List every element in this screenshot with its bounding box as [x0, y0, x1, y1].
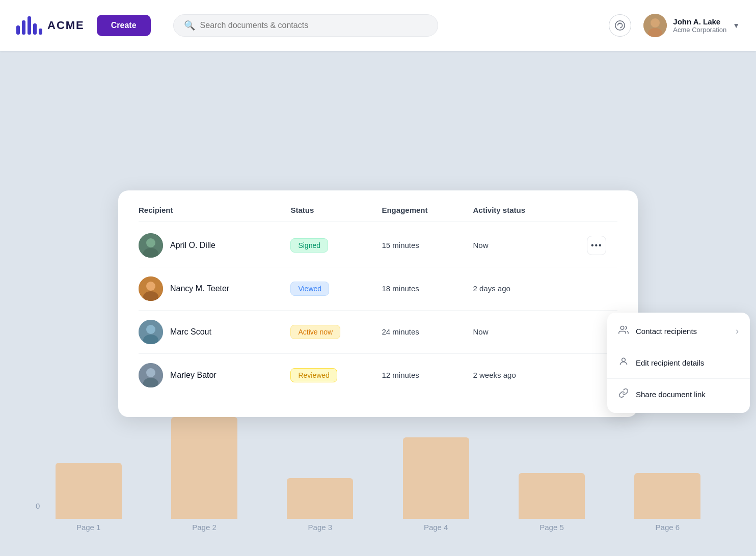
engagement-text: 18 minutes [382, 284, 473, 293]
recipient-cell: Nancy M. Teeter [139, 276, 290, 301]
status-cell: Viewed [290, 282, 382, 296]
svg-point-5 [146, 238, 155, 247]
contact-recipients-item[interactable]: Contact recipients › [607, 318, 750, 345]
chart-col-3: Page 3 [262, 478, 378, 536]
logo-text: ACME [47, 19, 85, 32]
engagement-text: 24 minutes [382, 327, 473, 336]
col-activity: Activity status [473, 206, 587, 214]
avatar [139, 233, 163, 258]
col-actions [587, 206, 617, 214]
activity-text: 2 weeks ago [473, 371, 587, 379]
logo-bar-3 [28, 16, 31, 35]
avatar [139, 320, 163, 344]
main-content: Page 1 Page 2 Page 3 Page 4 Page 5 Page … [0, 51, 756, 556]
user-menu[interactable]: John A. Lake Acme Corporation ▼ [643, 14, 740, 37]
chart-bar-4 [403, 437, 469, 519]
search-bar: 🔍 [173, 14, 438, 37]
recipient-name: Marc Scout [170, 327, 211, 337]
svg-point-14 [146, 368, 155, 377]
table-container: Recipient Status Engagement Activity sta… [118, 190, 638, 417]
recipient-name: Marley Bator [170, 371, 217, 380]
chart-bar-1 [56, 463, 122, 519]
logo-bar-2 [22, 20, 25, 35]
chart-bar-2 [171, 417, 237, 519]
status-cell: Signed [290, 238, 382, 253]
user-avatar [643, 14, 667, 37]
recipient-cell: Marc Scout [139, 320, 290, 344]
chart-col-2: Page 2 [146, 417, 262, 536]
create-button[interactable]: Create [97, 15, 151, 36]
chevron-right-icon: › [736, 326, 739, 337]
activity-text: 2 days ago [473, 284, 587, 293]
engagement-text: 12 minutes [382, 371, 473, 379]
avatar [139, 276, 163, 301]
search-icon: 🔍 [184, 20, 195, 31]
link-icon [618, 388, 629, 401]
status-cell: Reviewed [290, 368, 382, 382]
edit-recipient-label: Edit recipient details [636, 358, 704, 367]
svg-point-11 [146, 325, 155, 334]
chart-label-3: Page 3 [308, 523, 333, 536]
svg-point-0 [615, 21, 625, 30]
recipient-name: Nancy M. Teeter [170, 284, 229, 293]
support-button[interactable] [609, 14, 631, 37]
chart-bar-6 [634, 473, 700, 519]
chart-label-2: Page 2 [192, 523, 217, 536]
user-company: Acme Corporation [673, 26, 726, 34]
svg-point-8 [146, 282, 155, 291]
chart-col-1: Page 1 [31, 463, 146, 536]
menu-divider [607, 347, 750, 347]
recipient-cell: April O. Dille [139, 233, 290, 258]
chart-y-axis-label: 0 [36, 502, 40, 510]
chevron-down-icon: ▼ [733, 21, 740, 30]
person-icon [618, 356, 629, 369]
chart-col-5: Page 5 [494, 473, 609, 536]
activity-text: Now [473, 241, 587, 249]
col-engagement: Engagement [382, 206, 473, 214]
share-link-label: Share document link [636, 390, 706, 399]
contact-recipients-label: Contact recipients [636, 327, 697, 336]
table-row: Marc Scout Active now 24 minutes Now [139, 311, 617, 354]
recipient-cell: Marley Bator [139, 363, 290, 387]
chart-bar-5 [519, 473, 585, 519]
share-link-item[interactable]: Share document link [607, 381, 750, 408]
status-badge: Reviewed [290, 368, 337, 382]
header-right: John A. Lake Acme Corporation ▼ [609, 14, 740, 37]
chart-bar-3 [287, 478, 353, 519]
table-row: Marley Bator Reviewed 12 minutes 2 weeks… [139, 354, 617, 397]
logo-bar-5 [39, 29, 42, 35]
chart-label-1: Page 1 [76, 523, 101, 536]
search-input[interactable] [200, 21, 427, 30]
chart-label-5: Page 5 [539, 523, 564, 536]
chart-label-4: Page 4 [424, 523, 448, 536]
svg-point-16 [620, 326, 624, 329]
status-badge: Signed [290, 238, 328, 253]
svg-point-17 [622, 358, 626, 362]
status-cell: Active now [290, 325, 382, 339]
logo-bar-1 [16, 25, 20, 35]
avatar [139, 363, 163, 387]
col-recipient: Recipient [139, 206, 290, 214]
chart-col-4: Page 4 [378, 437, 494, 536]
table-row: April O. Dille Signed 15 minutes Now ••• [139, 224, 617, 267]
more-button[interactable]: ••• [587, 236, 606, 255]
menu-divider [607, 378, 750, 379]
header: ACME Create 🔍 John A. Lake [0, 0, 756, 51]
chart-col-6: Page 6 [610, 473, 725, 536]
svg-point-2 [651, 18, 660, 27]
edit-recipient-item[interactable]: Edit recipient details [607, 349, 750, 376]
status-badge: Active now [290, 325, 340, 339]
logo-bar-4 [33, 23, 37, 35]
status-badge: Viewed [290, 282, 329, 296]
logo-bars [16, 16, 42, 35]
logo: ACME [16, 16, 85, 35]
user-details: John A. Lake Acme Corporation [673, 17, 726, 34]
user-name: John A. Lake [673, 17, 726, 26]
chart-label-6: Page 6 [656, 523, 680, 536]
table-row: Nancy M. Teeter Viewed 18 minutes 2 days… [139, 267, 617, 311]
recipients-card: Recipient Status Engagement Activity sta… [118, 190, 638, 417]
recipient-name: April O. Dille [170, 241, 215, 250]
table-header: Recipient Status Engagement Activity sta… [139, 206, 617, 222]
activity-text: Now [473, 327, 587, 336]
engagement-text: 15 minutes [382, 241, 473, 249]
